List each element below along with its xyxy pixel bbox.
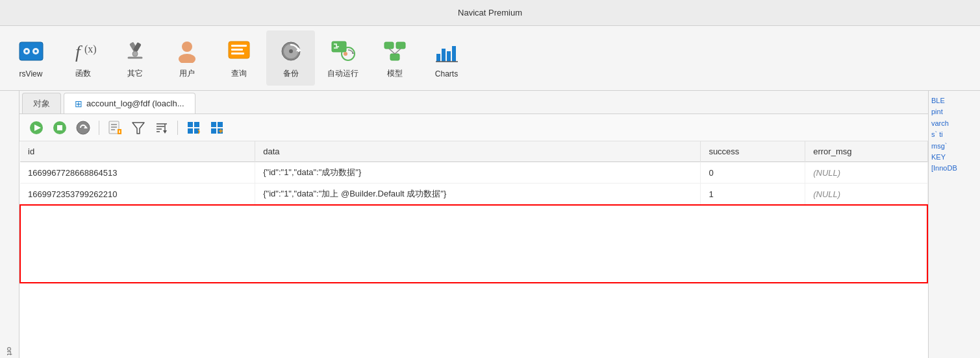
- svg-rect-14: [231, 45, 247, 47]
- rsview-label: rsView: [19, 69, 43, 78]
- col-header-data: data: [255, 141, 701, 162]
- charts-icon: [433, 38, 461, 67]
- run-button[interactable]: [26, 118, 47, 137]
- tools-icon: [121, 37, 149, 66]
- svg-rect-15: [231, 49, 243, 51]
- cell-success-2: 1: [701, 184, 805, 206]
- svg-rect-55: [194, 122, 199, 127]
- autorun-label: 自动运行: [327, 68, 358, 79]
- svg-rect-54: [188, 122, 193, 127]
- left-sidebar-label: ort: [6, 347, 14, 355]
- right-sidebar-line-5: msg`: [931, 141, 977, 151]
- right-sidebar-line-7: [InnoDB: [931, 163, 977, 173]
- user-label: 用户: [179, 68, 195, 79]
- table-row[interactable]: 1669967728668864513 {"id":"1","data":"成功…: [20, 162, 927, 184]
- query-icon: [225, 37, 253, 66]
- autorun-icon: [329, 37, 357, 66]
- right-sidebar-line-3: varch: [931, 119, 977, 128]
- cell-id-2: 1669972353799262210: [20, 184, 255, 206]
- function-icon: f (x): [69, 37, 97, 66]
- svg-rect-25: [384, 42, 394, 49]
- content-area: 对象 ⊞ account_log@fdf (loaclh...: [19, 91, 928, 358]
- cell-error-1: (NULL): [805, 162, 927, 184]
- toolbar-item-charts[interactable]: Charts: [422, 30, 471, 86]
- svg-line-28: [389, 49, 395, 54]
- svg-text:f: f: [75, 42, 82, 62]
- table-container: id data success error_msg 16699677286688…: [19, 141, 928, 358]
- empty-cell: [20, 205, 927, 283]
- tab-table-label: account_log@fdf (loaclh...: [86, 99, 184, 108]
- main-toolbar: rsView f (x) 函数 其它: [0, 26, 980, 91]
- right-sidebar-line-2: pint: [931, 107, 977, 117]
- user-icon: [173, 37, 201, 66]
- svg-point-10: [132, 51, 138, 56]
- other-label: 其它: [127, 68, 143, 79]
- sort-button[interactable]: [151, 118, 172, 137]
- tab-objects[interactable]: 对象: [22, 93, 61, 113]
- svg-marker-44: [118, 129, 121, 134]
- right-sidebar-line-1: BLE: [931, 96, 977, 106]
- left-sidebar: ort: [0, 91, 19, 358]
- col-header-error-msg: error_msg: [805, 141, 927, 162]
- svg-point-4: [34, 50, 37, 53]
- svg-rect-31: [442, 49, 446, 62]
- sub-toolbar: [19, 114, 928, 141]
- tab-objects-label: 对象: [33, 98, 50, 110]
- svg-point-38: [77, 121, 90, 134]
- app-title: Navicat Premium: [458, 8, 522, 18]
- toolbar-item-function[interactable]: f (x) 函数: [58, 30, 107, 86]
- right-sidebar-line-6: KEY: [931, 152, 977, 162]
- svg-marker-53: [163, 130, 167, 134]
- svg-point-11: [182, 42, 192, 52]
- toolbar-item-other[interactable]: 其它: [110, 30, 159, 86]
- cell-id-1: 1669967728668864513: [20, 162, 255, 184]
- svg-rect-27: [390, 54, 399, 60]
- model-label: 模型: [387, 68, 403, 79]
- svg-point-12: [179, 54, 195, 63]
- toolbar-item-backup[interactable]: 备份: [266, 30, 315, 86]
- toolbar-item-user[interactable]: 用户: [162, 30, 211, 86]
- grid2-button[interactable]: [207, 118, 227, 137]
- refresh-button[interactable]: [73, 118, 94, 137]
- svg-point-20: [289, 49, 293, 53]
- query-label: 查询: [231, 68, 247, 79]
- title-bar: Navicat Premium: [0, 0, 980, 26]
- backup-icon: [277, 37, 305, 66]
- cell-data-2: {"id":"1","data":"加上 @Builder.Default 成功…: [255, 184, 701, 206]
- tab-bar: 对象 ⊞ account_log@fdf (loaclh...: [19, 91, 928, 114]
- main-layout: ort 对象 ⊞ account_log@fdf (loaclh...: [0, 91, 980, 358]
- data-table: id data success error_msg 16699677286688…: [19, 141, 928, 283]
- svg-point-3: [25, 50, 28, 53]
- toolbar-item-query[interactable]: 查询: [214, 30, 263, 86]
- svg-rect-26: [396, 42, 405, 49]
- toolbar-item-autorun[interactable]: 自动运行: [318, 30, 367, 86]
- col-header-success: success: [701, 141, 805, 162]
- col-header-id: id: [20, 141, 255, 162]
- doc-button[interactable]: [105, 118, 125, 137]
- model-icon: [381, 37, 409, 66]
- svg-text:(x): (x): [84, 43, 96, 55]
- sep1: [99, 121, 99, 135]
- function-label: 函数: [75, 68, 91, 79]
- svg-rect-32: [447, 51, 451, 62]
- rsview-icon: [17, 38, 45, 67]
- table-row[interactable]: 1669972353799262210 {"id":"1","data":"加上…: [20, 184, 927, 206]
- grid1-button[interactable]: [183, 118, 204, 137]
- svg-rect-16: [231, 53, 244, 54]
- svg-rect-0: [19, 42, 43, 60]
- cell-error-2: (NULL): [805, 184, 927, 206]
- tab-table[interactable]: ⊞ account_log@fdf (loaclh...: [64, 93, 195, 113]
- toolbar-item-rsview[interactable]: rsView: [6, 30, 55, 86]
- table-row-empty[interactable]: [20, 205, 927, 283]
- svg-point-23: [344, 52, 347, 56]
- svg-rect-33: [452, 46, 456, 62]
- toolbar-item-model[interactable]: 模型: [370, 30, 419, 86]
- filter-button[interactable]: [128, 118, 149, 137]
- null-value-1: (NULL): [813, 168, 840, 178]
- svg-line-29: [395, 49, 401, 54]
- table-tab-icon: ⊞: [75, 99, 82, 109]
- backup-label: 备份: [283, 68, 299, 79]
- svg-rect-60: [211, 128, 216, 134]
- null-value-2: (NULL): [813, 189, 840, 199]
- stop-button[interactable]: [49, 118, 70, 137]
